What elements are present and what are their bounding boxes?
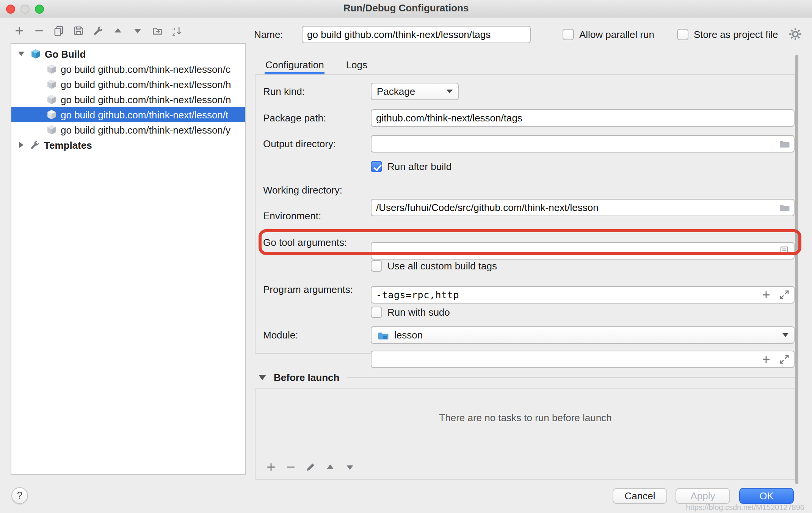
svg-text:a: a — [172, 26, 175, 31]
pencil-icon — [304, 461, 316, 475]
module-folder-icon — [377, 329, 389, 341]
remove-configuration-button[interactable] — [31, 25, 46, 39]
chevron-down-icon[interactable] — [18, 52, 24, 56]
move-up-button[interactable] — [110, 25, 125, 39]
run-config-cube-icon — [46, 79, 57, 90]
move-task-up-button[interactable] — [322, 461, 337, 475]
environment-label: Environment: — [263, 207, 321, 225]
tree-item-config[interactable]: go build github.com/think-next/lesson/h — [11, 77, 245, 92]
svg-text:z: z — [172, 31, 175, 36]
use-all-custom-build-tags-checkbox[interactable] — [371, 260, 382, 272]
expand-field-icon[interactable] — [779, 289, 790, 300]
before-launch-header[interactable]: Before launch — [259, 372, 796, 383]
sort-az-icon: az — [171, 25, 182, 39]
use-all-custom-build-tags-label: Use all custom build tags — [387, 260, 497, 272]
store-settings-gear-icon[interactable] — [788, 27, 802, 41]
title-bar[interactable]: Run/Debug Configurations — [0, 0, 812, 17]
store-as-project-file-label: Store as project file — [694, 29, 778, 40]
sort-configurations-button[interactable]: az — [169, 25, 184, 39]
configuration-panel: Run kind: Package Package path: Output d… — [255, 74, 796, 354]
go-tool-arguments-input[interactable] — [371, 286, 795, 304]
cancel-button[interactable]: Cancel — [613, 488, 667, 504]
allow-parallel-run-checkbox[interactable] — [563, 29, 574, 40]
remove-task-button[interactable] — [283, 461, 298, 475]
ok-button[interactable]: OK — [739, 488, 794, 504]
tree-item-config[interactable]: go build github.com/think-next/lesson/n — [11, 92, 245, 107]
store-as-project-file-checkbox[interactable] — [677, 29, 688, 40]
tree-item-label: go build github.com/think-next/lesson/y — [61, 124, 230, 135]
module-select[interactable]: lesson — [371, 326, 795, 344]
run-kind-label: Run kind: — [263, 83, 305, 100]
create-folder-button[interactable] — [149, 25, 165, 39]
tree-node-go-build[interactable]: Go Build — [11, 46, 245, 61]
triangle-up-icon — [112, 25, 123, 39]
use-all-custom-build-tags-option[interactable]: Use all custom build tags — [371, 260, 497, 272]
tab-logs[interactable]: Logs — [345, 58, 368, 74]
window-title: Run/Debug Configurations — [0, 0, 812, 17]
save-configuration-button[interactable] — [71, 25, 86, 39]
name-input[interactable] — [302, 26, 531, 43]
environment-input[interactable] — [371, 242, 795, 260]
triangle-down-icon — [132, 25, 143, 39]
move-down-button[interactable] — [130, 25, 145, 39]
tree-item-config-selected[interactable]: go build github.com/think-next/lesson/t — [11, 107, 245, 122]
program-arguments-label: Program arguments: — [263, 281, 353, 298]
zoom-window-button[interactable] — [35, 4, 44, 13]
run-with-sudo-checkbox[interactable] — [371, 307, 382, 318]
add-argument-icon[interactable] — [760, 289, 772, 300]
plus-icon — [265, 461, 276, 475]
run-config-cube-icon — [46, 64, 57, 74]
triangle-up-icon — [324, 461, 335, 475]
add-task-button[interactable] — [263, 461, 278, 475]
run-with-sudo-option[interactable]: Run with sudo — [371, 306, 450, 319]
program-arguments-input[interactable] — [371, 351, 795, 368]
environment-variables-icon[interactable] — [779, 245, 790, 256]
go-tool-arguments-label: Go tool arguments: — [263, 234, 347, 251]
tree-item-config[interactable]: go build github.com/think-next/lesson/c — [11, 61, 245, 77]
folder-move-icon — [151, 25, 163, 39]
package-path-label: Package path: — [263, 109, 326, 127]
chevron-down-icon — [782, 333, 788, 337]
tab-configuration[interactable]: Configuration — [265, 58, 325, 74]
edit-templates-button[interactable] — [90, 25, 105, 39]
name-label: Name: — [254, 26, 283, 43]
tree-item-label: go build github.com/think-next/lesson/h — [61, 79, 231, 90]
collapse-triangle-icon[interactable] — [259, 375, 266, 380]
copy-configuration-button[interactable] — [51, 25, 66, 39]
edit-task-button[interactable] — [303, 461, 318, 475]
run-with-sudo-label: Run with sudo — [387, 307, 450, 318]
section-divider — [347, 377, 796, 378]
tree-item-config[interactable]: go build github.com/think-next/lesson/y — [11, 122, 245, 137]
run-after-build-label: Run after build — [387, 161, 451, 172]
tree-item-label: go build github.com/think-next/lesson/c — [61, 63, 230, 75]
minimize-window-button[interactable] — [20, 4, 30, 13]
help-button[interactable]: ? — [11, 487, 28, 504]
package-path-input[interactable] — [371, 109, 795, 127]
watermark-text: https://blog.csdn.net/M1520127896 — [686, 503, 804, 511]
run-kind-select[interactable]: Package — [371, 83, 459, 100]
run-config-cube-icon — [46, 109, 57, 120]
expand-field-icon[interactable] — [779, 353, 790, 365]
browse-folder-icon[interactable] — [779, 138, 790, 149]
move-task-down-button[interactable] — [342, 461, 357, 475]
add-argument-icon[interactable] — [760, 353, 772, 365]
run-after-build-option[interactable]: Run after build — [371, 160, 451, 173]
output-directory-input[interactable] — [371, 135, 795, 153]
tree-item-label: go build github.com/think-next/lesson/t — [61, 109, 228, 120]
chevron-right-icon[interactable] — [19, 142, 24, 148]
add-configuration-button[interactable] — [11, 25, 27, 39]
store-as-project-file-option[interactable]: Store as project file — [677, 28, 778, 41]
no-tasks-message: There are no tasks to run before launch — [256, 412, 795, 423]
browse-folder-icon[interactable] — [779, 201, 790, 213]
working-directory-input[interactable] — [371, 199, 795, 216]
close-window-button[interactable] — [6, 4, 15, 13]
vertical-scrollbar[interactable] — [795, 55, 798, 484]
allow-parallel-run-label: Allow parallel run — [579, 29, 654, 40]
before-launch-title: Before launch — [274, 372, 339, 383]
tree-node-label: Go Build — [45, 48, 86, 60]
run-after-build-checkbox[interactable] — [371, 161, 382, 172]
allow-parallel-run-option[interactable]: Allow parallel run — [563, 28, 654, 41]
run-config-cube-icon — [46, 124, 57, 135]
tree-node-templates[interactable]: Templates — [11, 137, 245, 153]
wrench-icon — [92, 25, 103, 39]
